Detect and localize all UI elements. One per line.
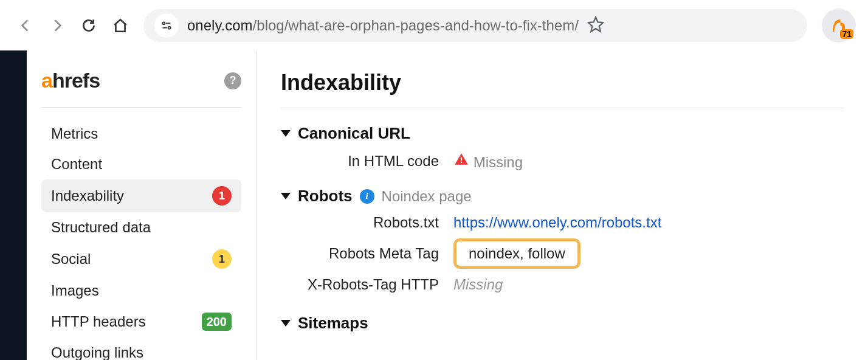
row-robots-meta: Robots Meta Tag noindex, follow [281,238,844,269]
sidebar-item-label: Structured data [51,219,151,236]
extension-badge: 71 [840,29,853,39]
sidebar-item-social[interactable]: Social 1 [41,243,241,275]
sidebar-item-images[interactable]: Images [41,275,241,306]
section-title: Robots [298,187,353,206]
badge-count: 1 [212,186,232,206]
sidebar-item-content[interactable]: Content [41,149,241,179]
sidebar: ahrefs ? Metrics Content Indexability 1 … [27,50,257,360]
svg-point-2 [168,26,171,29]
content-pane: Indexability Canonical URL In HTML code … [257,50,868,360]
sidebar-item-label: Social [51,251,91,268]
site-settings-icon[interactable] [154,13,179,38]
chevron-down-icon [281,130,291,137]
svg-rect-6 [461,162,462,163]
url-text: onely.com/blog/what-are-orphan-pages-and… [187,17,579,34]
row-value: noindex, follow [453,238,844,269]
section-title: Sitemaps [298,314,368,333]
section-canonical-header[interactable]: Canonical URL [281,124,844,143]
chevron-down-icon [281,320,291,327]
sidebar-item-structured-data[interactable]: Structured data [41,212,241,243]
home-button[interactable] [107,12,134,39]
robots-txt-link[interactable]: https://www.onely.com/robots.txt [453,214,844,231]
forward-button[interactable] [44,12,71,39]
sidebar-item-label: HTTP headers [51,313,146,330]
page-title: Indexability [281,70,844,108]
row-label: Robots Meta Tag [281,245,439,262]
sidebar-item-label: Metrics [51,125,98,142]
svg-rect-5 [461,158,462,161]
row-label: Robots.txt [281,214,439,231]
sidebar-item-label: Images [51,282,99,299]
svg-point-0 [162,22,165,24]
back-button[interactable] [12,12,39,39]
row-value: Missing [453,276,844,293]
sidebar-item-metrics[interactable]: Metrics [41,119,241,149]
address-bar[interactable]: onely.com/blog/what-are-orphan-pages-and… [143,9,807,42]
badge-status: 200 [202,313,232,331]
bookmark-star-icon[interactable] [587,16,604,35]
row-canonical-html: In HTML code Missing [281,151,844,171]
sidebar-item-outgoing-links[interactable]: Outgoing links [41,338,241,360]
section-robots-header[interactable]: Robots i Noindex page [281,187,844,206]
row-xrobots: X-Robots-Tag HTTP Missing [281,276,844,293]
sidebar-item-indexability[interactable]: Indexability 1 [41,179,241,212]
extension-panel: ahrefs ? Metrics Content Indexability 1 … [27,50,868,360]
reload-button[interactable] [75,12,102,39]
sidebar-item-label: Content [51,156,102,173]
badge-count: 1 [212,249,232,269]
warning-icon [453,154,474,170]
row-robots-txt: Robots.txt https://www.onely.com/robots.… [281,214,844,231]
svg-marker-4 [588,17,602,31]
info-icon[interactable]: i [360,189,374,204]
sidebar-item-label: Outgoing links [51,344,143,360]
row-label: X-Robots-Tag HTTP [281,276,439,293]
sidebar-item-label: Indexability [51,187,124,204]
ahrefs-logo: ahrefs [41,69,100,92]
section-title: Canonical URL [298,124,410,143]
ahrefs-extension-button[interactable]: 71 [822,9,856,43]
row-label: In HTML code [281,153,439,170]
sidebar-item-http-headers[interactable]: HTTP headers 200 [41,306,241,338]
chevron-down-icon [281,193,291,199]
browser-toolbar: onely.com/blog/what-are-orphan-pages-and… [0,0,868,50]
section-note: Noindex page [382,188,472,205]
section-sitemaps-header[interactable]: Sitemaps [281,314,844,333]
help-icon[interactable]: ? [224,72,241,89]
row-value: Missing [453,151,844,171]
highlighted-value: noindex, follow [453,238,580,269]
